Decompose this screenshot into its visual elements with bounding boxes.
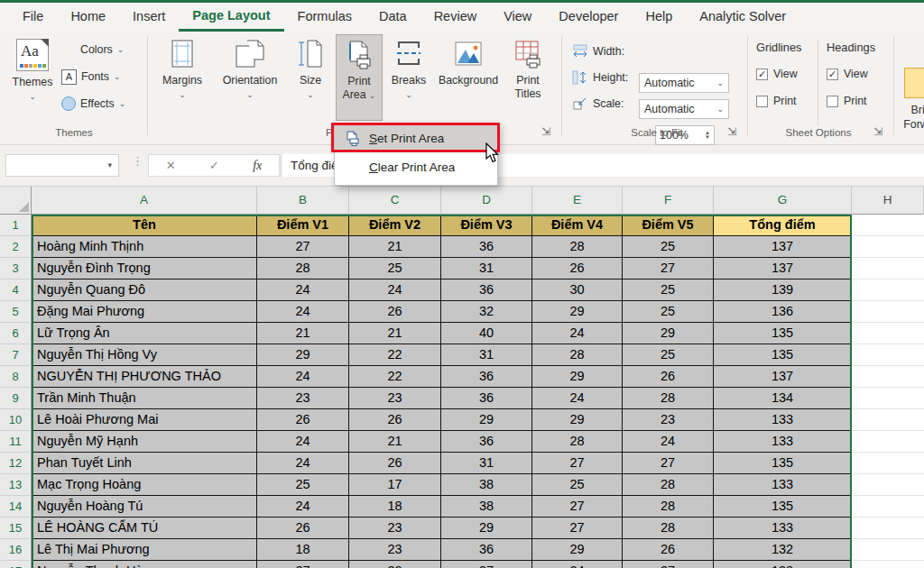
score-cell[interactable]: 29	[532, 366, 623, 388]
row-header-8[interactable]: 8	[0, 366, 32, 388]
tab-page-layout[interactable]: Page Layout	[179, 3, 283, 32]
row-header-11[interactable]: 11	[0, 431, 32, 453]
empty-cell[interactable]	[852, 496, 924, 518]
select-all-button[interactable]	[0, 187, 32, 215]
score-cell[interactable]: 133	[714, 474, 852, 496]
checkbox-unchecked-icon[interactable]	[756, 96, 768, 107]
empty-cell[interactable]	[852, 279, 924, 301]
size-button[interactable]: Size⌄	[289, 34, 332, 121]
header-cell[interactable]: Điểm V5	[623, 215, 714, 236]
score-cell[interactable]: 17	[349, 474, 441, 496]
score-cell[interactable]: 36	[441, 279, 532, 301]
tab-help[interactable]: Help	[632, 3, 686, 32]
row-header-6[interactable]: 6	[0, 323, 32, 344]
score-cell[interactable]: 36	[441, 236, 532, 258]
score-cell[interactable]: 138	[714, 561, 852, 568]
score-cell[interactable]: 22	[349, 366, 441, 388]
width-combobox[interactable]: Automatic⌄	[639, 73, 729, 93]
score-cell[interactable]: 24	[257, 496, 349, 518]
score-cell[interactable]: 36	[441, 539, 532, 561]
empty-cell[interactable]	[852, 388, 924, 409]
name-cell[interactable]: NGUYỄN THỊ PHƯƠNG THẢO	[32, 366, 257, 388]
empty-cell[interactable]	[852, 561, 924, 568]
effects-button[interactable]: Effects⌄	[61, 93, 125, 115]
column-header-A[interactable]: A	[32, 187, 257, 215]
score-cell[interactable]: 29	[257, 344, 349, 366]
score-cell[interactable]: 25	[532, 474, 623, 496]
margins-button[interactable]: Margins⌄	[155, 34, 209, 121]
scale-to-fit-dialog-launcher[interactable]: ⇲	[727, 125, 736, 138]
score-cell[interactable]: 27	[257, 236, 349, 258]
tab-file[interactable]: File	[9, 3, 57, 32]
score-cell[interactable]: 23	[623, 409, 714, 431]
score-cell[interactable]: 31	[441, 344, 532, 366]
score-cell[interactable]: 137	[714, 236, 852, 258]
score-cell[interactable]: 23	[349, 561, 441, 568]
score-cell[interactable]: 26	[257, 409, 349, 431]
orientation-button[interactable]: Orientation⌄	[215, 34, 285, 121]
name-cell[interactable]: Nguyễn Đình Trọng	[32, 258, 257, 279]
empty-cell[interactable]	[852, 215, 924, 236]
tab-formulas[interactable]: Formulas	[284, 3, 365, 32]
column-header-B[interactable]: B	[257, 187, 349, 215]
score-cell[interactable]: 25	[623, 279, 714, 301]
tab-view[interactable]: View	[490, 3, 545, 32]
score-cell[interactable]: 27	[532, 453, 623, 474]
score-cell[interactable]: 27	[623, 258, 714, 279]
cancel-icon[interactable]: ✕	[166, 159, 176, 172]
score-cell[interactable]: 24	[623, 431, 714, 453]
header-cell[interactable]: Điểm V2	[349, 215, 441, 236]
empty-cell[interactable]	[852, 301, 924, 323]
checkbox-checked-icon[interactable]: ✓	[827, 69, 838, 80]
header-cell[interactable]: Điểm V1	[257, 215, 349, 236]
score-cell[interactable]: 29	[532, 409, 623, 431]
clear-print-area-menu-item[interactable]: Clear Print Area	[335, 152, 497, 181]
row-header-9[interactable]: 9	[0, 388, 32, 409]
checkbox-checked-icon[interactable]: ✓	[756, 69, 768, 80]
score-cell[interactable]: 31	[441, 453, 532, 474]
header-cell[interactable]: Điểm V4	[532, 215, 623, 236]
score-cell[interactable]: 36	[441, 366, 532, 388]
score-cell[interactable]: 132	[714, 539, 852, 561]
empty-cell[interactable]	[852, 409, 924, 431]
score-cell[interactable]: 135	[714, 453, 852, 474]
gridlines-view-checkbox[interactable]: ✓View	[756, 68, 798, 80]
background-button[interactable]: Background	[435, 34, 502, 121]
name-cell[interactable]: Phan Tuyết Linh	[32, 453, 257, 474]
score-cell[interactable]: 133	[714, 518, 852, 539]
row-header-17[interactable]: 17	[0, 561, 32, 568]
sheet-options-dialog-launcher[interactable]: ⇲	[873, 125, 882, 138]
checkbox-unchecked-icon[interactable]	[827, 96, 838, 107]
score-cell[interactable]: 26	[349, 301, 441, 323]
enter-icon[interactable]: ✓	[209, 159, 219, 172]
score-cell[interactable]: 28	[532, 431, 623, 453]
score-cell[interactable]: 25	[623, 301, 714, 323]
name-box-dropdown-icon[interactable]: ▾	[107, 160, 112, 169]
score-cell[interactable]: 40	[441, 323, 532, 344]
name-cell[interactable]: Nguyễn Thanh Hà	[32, 561, 257, 568]
score-cell[interactable]: 24	[532, 323, 623, 344]
tab-review[interactable]: Review	[420, 3, 491, 32]
score-cell[interactable]: 23	[349, 518, 441, 539]
score-cell[interactable]: 24	[257, 301, 349, 323]
row-header-5[interactable]: 5	[0, 301, 32, 323]
tab-data[interactable]: Data	[365, 3, 420, 32]
score-cell[interactable]: 31	[441, 258, 532, 279]
score-cell[interactable]: 26	[257, 518, 349, 539]
score-cell[interactable]: 24	[532, 388, 623, 409]
score-cell[interactable]: 26	[623, 366, 714, 388]
score-cell[interactable]: 135	[714, 496, 852, 518]
tab-analytic-solver[interactable]: Analytic Solver	[686, 3, 799, 32]
row-header-13[interactable]: 13	[0, 474, 32, 496]
score-cell[interactable]: 30	[532, 279, 623, 301]
empty-cell[interactable]	[852, 539, 924, 561]
score-cell[interactable]: 18	[349, 496, 441, 518]
score-cell[interactable]: 28	[532, 344, 623, 366]
score-cell[interactable]: 28	[623, 518, 714, 539]
column-header-F[interactable]: F	[623, 187, 714, 215]
score-cell[interactable]: 28	[623, 496, 714, 518]
name-cell[interactable]: Nguyễn Mỹ Hạnh	[32, 431, 257, 453]
name-cell[interactable]: Lê Hoài Phương Mai	[32, 409, 257, 431]
score-cell[interactable]: 24	[257, 279, 349, 301]
score-cell[interactable]: 27	[257, 561, 349, 568]
